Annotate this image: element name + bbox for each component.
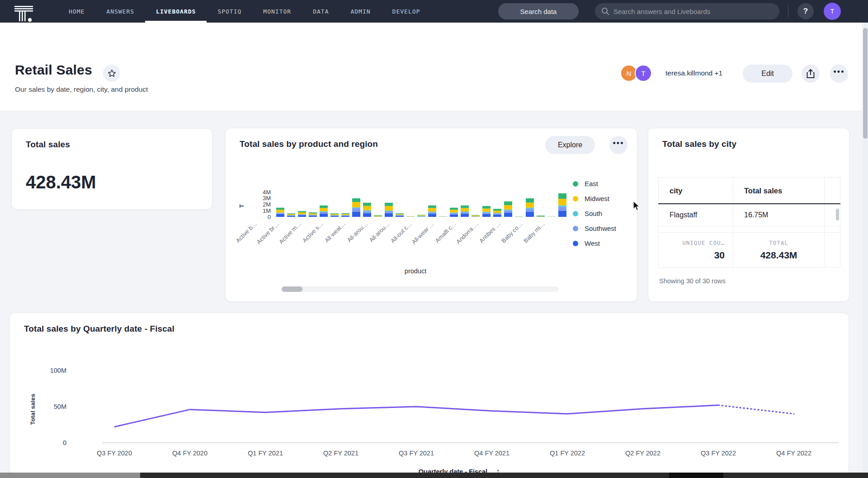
chart-card-product-region: Total sales by product and region Explor… (225, 128, 637, 302)
nav-item-admin[interactable]: ADMIN (340, 0, 381, 23)
bar-stack[interactable] (309, 212, 317, 217)
svg-text:Q1 FY 2021: Q1 FY 2021 (248, 450, 283, 457)
page-scrollbar[interactable] (862, 23, 868, 478)
bottom-scrubber[interactable] (0, 473, 868, 478)
table-row[interactable]: Flagstaff16.75M (659, 204, 840, 226)
legend-dot (573, 181, 578, 187)
x-axis-title: product (379, 267, 452, 275)
table-scrollbar-thumb[interactable] (836, 209, 839, 220)
svg-text:1M: 1M (263, 207, 271, 214)
nav-divider (788, 5, 788, 18)
svg-text:0: 0 (63, 439, 66, 446)
bar-stack[interactable] (363, 203, 371, 217)
kpi-card-total-sales[interactable]: Total sales 428.43M (11, 128, 212, 210)
favorite-button[interactable] (103, 65, 120, 82)
bar-stack[interactable] (341, 213, 349, 217)
bar-stack[interactable] (374, 215, 382, 217)
global-search-input[interactable] (613, 8, 773, 15)
cell-total-sales[interactable]: 16.75M (733, 204, 825, 226)
cell-city[interactable]: Flagstaff (659, 204, 733, 226)
nav-item-data[interactable]: DATA (302, 0, 340, 23)
bar-stack[interactable] (526, 198, 534, 217)
page-subtitle: Our sales by date, region, city, and pro… (15, 85, 148, 94)
svg-text:0: 0 (268, 214, 271, 220)
legend-item-west[interactable]: West (573, 236, 616, 251)
legend-dot (573, 226, 578, 231)
svg-text:All weat…: All weat… (323, 220, 347, 244)
svg-text:All-out c…: All-out c… (389, 220, 413, 244)
bar-stack[interactable] (406, 216, 415, 217)
bar-stack[interactable] (472, 215, 480, 217)
svg-text:Baby co…: Baby co… (500, 220, 524, 244)
nav-item-home[interactable]: HOME (58, 0, 95, 23)
legend-dot (573, 196, 578, 202)
svg-text:T: T (238, 204, 245, 208)
bar-stack[interactable] (298, 211, 306, 217)
chart-horizontal-scrollbar[interactable] (282, 286, 559, 292)
liveboard-header: Retail Sales Our sales by date, region, … (0, 23, 868, 111)
bar-stack[interactable] (547, 216, 556, 217)
legend-label: West (585, 239, 600, 247)
bar-stack[interactable] (537, 216, 545, 217)
bar-stack[interactable] (352, 198, 360, 217)
bar-stack[interactable] (428, 206, 436, 217)
svg-text:Baby mi…: Baby mi… (522, 220, 546, 244)
svg-text:Q4 FY 2021: Q4 FY 2021 (474, 450, 509, 457)
bar-stack[interactable] (320, 206, 328, 217)
bar-stack[interactable] (417, 215, 425, 217)
nav-item-liveboards[interactable]: LIVEBOARDS (145, 0, 207, 23)
chart-card-quarterly: Total sales by Quarterly date - Fiscal 0… (9, 313, 849, 478)
global-search-box[interactable] (595, 3, 779, 19)
nav-item-monitor[interactable]: MONITOR (252, 0, 302, 23)
bar-stack[interactable] (493, 209, 501, 217)
column-header-total-sales[interactable]: Total sales (733, 178, 825, 204)
legend-item-east[interactable]: East (573, 176, 616, 191)
page-title: Retail Sales (15, 62, 92, 78)
column-header-city[interactable]: city (659, 178, 733, 204)
bar-stack[interactable] (276, 208, 284, 217)
user-avatar[interactable]: T (824, 3, 841, 20)
chart-legend: EastMidwestSouthSouthwestWest (573, 176, 616, 251)
svg-text:Active s…: Active s… (301, 220, 325, 244)
svg-text:Antibes …: Antibes … (478, 220, 502, 244)
share-button[interactable] (802, 65, 820, 83)
svg-text:2M: 2M (263, 201, 271, 208)
thoughtspot-logo-icon[interactable] (14, 4, 35, 23)
bar-stack[interactable] (396, 213, 404, 217)
bar-stack[interactable] (439, 216, 447, 217)
more-options-button[interactable]: ••• (830, 65, 848, 83)
bar-stack[interactable] (385, 203, 393, 217)
bar-stack[interactable] (330, 213, 339, 217)
table-summary-row: UNIQUE COU… 30 TOTAL 428.43M (659, 233, 840, 268)
top-navbar: HOMEANSWERSLIVEBOARDSSPOTIQMONITORDATAAD… (0, 0, 868, 23)
edit-button[interactable]: Edit (743, 65, 793, 83)
legend-label: Midwest (585, 195, 609, 202)
chart-scrollbar-thumb[interactable] (282, 286, 302, 292)
bar-stack[interactable] (515, 216, 523, 217)
summary-total-label: TOTAL (733, 239, 824, 246)
legend-item-southwest[interactable]: Southwest (573, 221, 616, 236)
bar-stack[interactable] (450, 208, 458, 217)
help-button[interactable]: ? (797, 3, 814, 19)
bar-stack[interactable] (504, 202, 512, 217)
page-scrollbar-thumb[interactable] (863, 28, 868, 139)
svg-text:All-arou…: All-arou… (368, 220, 391, 244)
svg-text:Active b…: Active b… (235, 220, 259, 244)
bar-stack[interactable] (482, 206, 491, 217)
svg-text:Amalfi c…: Amalfi c… (434, 220, 458, 244)
search-data-button[interactable]: Search data (498, 3, 579, 19)
nav-item-spotiq[interactable]: SPOTIQ (207, 0, 252, 23)
nav-item-answers[interactable]: ANSWERS (95, 0, 145, 23)
author-avatar-t[interactable]: T (635, 65, 652, 82)
bottom-scrubber-thumb[interactable] (0, 473, 140, 478)
bar-stack[interactable] (287, 213, 295, 217)
authors-label[interactable]: teresa.killmond +1 (665, 69, 722, 77)
legend-item-south[interactable]: South (573, 206, 616, 221)
bar-stack[interactable] (558, 193, 566, 217)
svg-text:3M: 3M (263, 195, 271, 202)
legend-item-midwest[interactable]: Midwest (573, 191, 616, 206)
svg-text:50M: 50M (54, 403, 66, 410)
bar-stack[interactable] (461, 206, 469, 217)
svg-text:Total sales: Total sales (29, 394, 36, 425)
nav-item-develop[interactable]: DEVELOP (382, 0, 431, 23)
